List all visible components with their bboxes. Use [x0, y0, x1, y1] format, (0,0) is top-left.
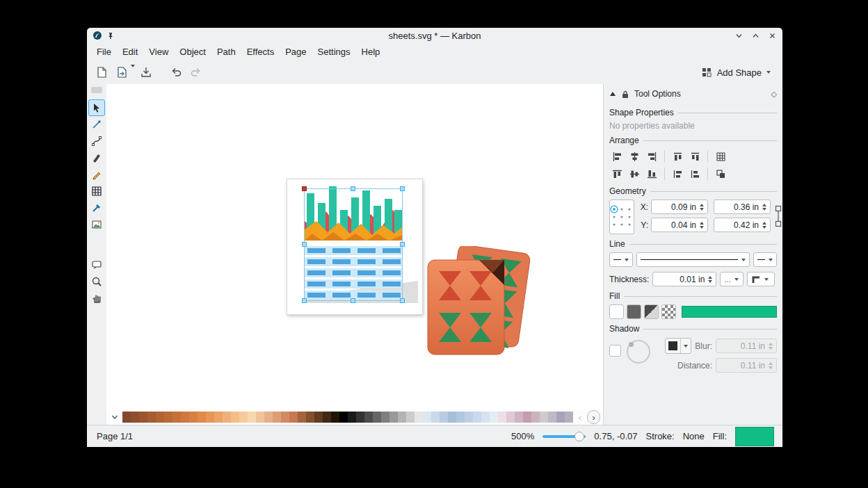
- fill-gradient-button[interactable]: [644, 304, 659, 319]
- sheets-document-artwork[interactable]: [426, 246, 531, 357]
- close-window-icon[interactable]: [767, 31, 777, 40]
- titlebar[interactable]: sheets.svg * — Karbon: [87, 28, 782, 43]
- redo-icon[interactable]: [187, 63, 205, 81]
- zoom-tool-button[interactable]: [88, 273, 105, 290]
- palette-swatch[interactable]: [156, 412, 164, 423]
- palette-swatch[interactable]: [314, 412, 323, 423]
- palette-swatch[interactable]: [189, 412, 198, 423]
- group-objects-icon[interactable]: [713, 166, 728, 181]
- lock-docker-icon[interactable]: [621, 90, 629, 99]
- distribute-h-left-icon[interactable]: [670, 149, 685, 164]
- fill-pattern-button[interactable]: [661, 304, 676, 319]
- thickness-spinbox[interactable]: 0.01 in: [652, 272, 716, 286]
- chart-artwork[interactable]: [287, 179, 423, 315]
- fill-color-swatch[interactable]: [735, 427, 774, 446]
- width-spinbox[interactable]: 0.36 in: [714, 200, 771, 214]
- palette-swatch[interactable]: [389, 412, 398, 423]
- menu-effects[interactable]: Effects: [241, 44, 280, 60]
- palette-swatch[interactable]: [172, 412, 181, 423]
- align-bottom-icon[interactable]: [644, 166, 659, 181]
- palette-swatch[interactable]: [331, 412, 339, 423]
- menu-view[interactable]: View: [143, 44, 174, 60]
- palette-swatch[interactable]: [373, 412, 381, 423]
- position-anchor-selector[interactable]: [609, 200, 634, 234]
- pen-tool-button[interactable]: [88, 116, 105, 133]
- pattern-tool-button[interactable]: [88, 183, 105, 200]
- shadow-distance-spinbox[interactable]: 0.11 in: [716, 358, 777, 373]
- palette-swatch[interactable]: [364, 412, 373, 423]
- palette-swatch[interactable]: [473, 412, 481, 423]
- stroke-value[interactable]: None: [683, 431, 705, 441]
- palette-swatch[interactable]: [456, 412, 465, 423]
- distribute-v-top-icon[interactable]: [670, 166, 685, 181]
- palette-scroll-right-icon[interactable]: ›: [587, 410, 600, 424]
- palette-swatch[interactable]: [264, 412, 273, 423]
- menu-page[interactable]: Page: [280, 44, 312, 60]
- arrange-table-icon[interactable]: [713, 149, 728, 164]
- align-hcenter-icon[interactable]: [627, 149, 642, 164]
- palette-swatch[interactable]: [164, 412, 172, 423]
- toolbox-scroll-nub[interactable]: [91, 87, 102, 93]
- palette-swatch[interactable]: [398, 412, 406, 423]
- distribute-v-center-icon[interactable]: [687, 166, 702, 181]
- palette-swatch[interactable]: [214, 412, 223, 423]
- align-vcenter-icon[interactable]: [627, 166, 642, 181]
- menu-help[interactable]: Help: [356, 44, 386, 60]
- selection-tool-button[interactable]: [88, 99, 105, 116]
- align-left-icon[interactable]: [609, 149, 625, 164]
- palette-swatch[interactable]: [381, 412, 389, 423]
- menu-object[interactable]: Object: [174, 44, 211, 60]
- line-style-combo[interactable]: [636, 252, 750, 267]
- palette-swatch[interactable]: [356, 412, 364, 423]
- distribute-h-center-icon[interactable]: [687, 149, 702, 164]
- float-docker-icon[interactable]: ◇: [771, 90, 777, 99]
- palette-swatch[interactable]: [323, 412, 331, 423]
- palette-swatch[interactable]: [498, 412, 506, 423]
- palette-swatch[interactable]: [139, 412, 147, 423]
- keep-aspect-ratio-icon[interactable]: [775, 205, 782, 227]
- fill-solid-button[interactable]: [627, 304, 641, 319]
- palette-scroll-left-icon[interactable]: ‹: [574, 411, 586, 423]
- palette-swatch[interactable]: [223, 412, 231, 423]
- menu-file[interactable]: File: [91, 44, 117, 60]
- palette-swatch[interactable]: [431, 412, 440, 423]
- line-cap-join-button[interactable]: [747, 272, 775, 286]
- palette-swatch[interactable]: [339, 412, 348, 423]
- line-start-marker-combo[interactable]: [609, 252, 633, 267]
- menu-settings[interactable]: Settings: [312, 44, 356, 60]
- align-right-icon[interactable]: [644, 149, 659, 164]
- open-document-icon[interactable]: [113, 63, 131, 81]
- height-spinbox[interactable]: 0.42 in: [714, 218, 771, 232]
- palette-swatch[interactable]: [406, 412, 415, 423]
- palette-swatch[interactable]: [239, 412, 248, 423]
- save-document-icon[interactable]: [137, 63, 155, 81]
- palette-swatch[interactable]: [122, 412, 131, 423]
- palette-swatch[interactable]: [289, 412, 298, 423]
- maximize-window-icon[interactable]: [750, 31, 760, 40]
- palette-swatch[interactable]: [281, 412, 289, 423]
- shape-tool-button[interactable]: [88, 257, 105, 273]
- collapse-docker-icon[interactable]: [609, 91, 616, 97]
- pencil-tool-button[interactable]: [88, 166, 105, 183]
- palette-swatch[interactable]: [515, 412, 523, 423]
- palette-swatch[interactable]: [448, 412, 456, 423]
- palette-swatch[interactable]: [423, 412, 431, 423]
- palette-swatch[interactable]: [298, 412, 306, 423]
- palette-options-chevron-icon[interactable]: [109, 411, 121, 423]
- palette-swatch[interactable]: [181, 412, 189, 423]
- calligraphy-tool-button[interactable]: [88, 149, 105, 166]
- palette-swatch[interactable]: [490, 412, 498, 423]
- palette-swatch[interactable]: [306, 412, 314, 423]
- palette-swatch[interactable]: [465, 412, 473, 423]
- palette-swatch[interactable]: [198, 412, 206, 423]
- palette-swatch[interactable]: [415, 412, 423, 423]
- palette-swatch[interactable]: [556, 412, 565, 423]
- shadow-blur-spinbox[interactable]: 0.11 in: [716, 339, 777, 353]
- new-document-icon[interactable]: [93, 63, 111, 81]
- palette-swatch[interactable]: [565, 412, 573, 423]
- pan-tool-button[interactable]: [88, 290, 105, 307]
- fill-color-bar[interactable]: [682, 306, 777, 318]
- palette-swatch[interactable]: [256, 412, 264, 423]
- shade-window-icon[interactable]: [734, 31, 744, 40]
- y-position-spinbox[interactable]: 0.04 in: [651, 218, 708, 232]
